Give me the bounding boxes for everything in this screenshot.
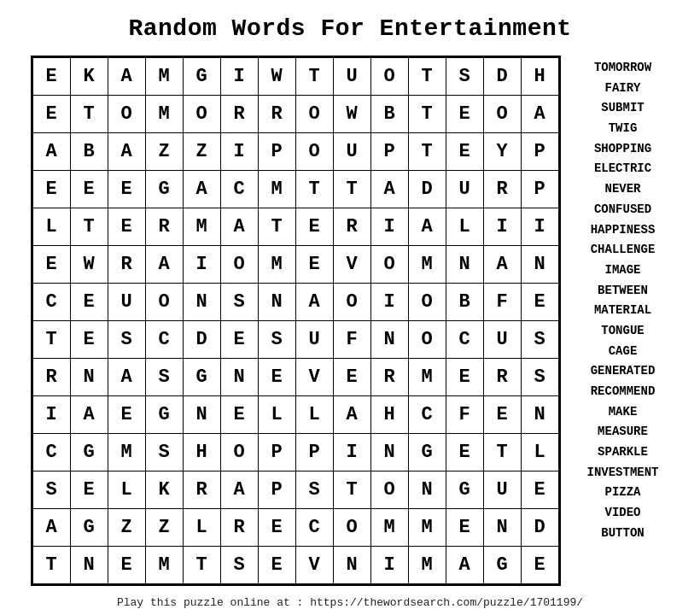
grid-cell-11-2: L [108,472,145,509]
grid-cell-6-11: B [446,284,483,321]
grid-cell-0-12: D [483,58,521,96]
grid-cell-7-12: U [483,321,521,359]
grid-cell-4-1: T [70,208,108,246]
grid-cell-8-4: G [183,359,220,396]
grid-cell-5-13: N [521,246,558,284]
grid-cell-0-8: U [333,58,370,96]
grid-cell-9-4: N [183,396,220,434]
grid-cell-4-12: I [483,208,521,246]
grid-cell-0-0: E [32,58,70,96]
grid-cell-9-7: L [295,396,333,434]
grid-cell-4-3: R [145,208,183,246]
grid-cell-9-8: A [333,396,370,434]
grid-cell-6-0: C [32,284,70,321]
grid-cell-11-9: O [370,472,408,509]
grid-cell-1-11: E [446,96,483,133]
grid-cell-7-6: S [258,321,295,359]
grid-cell-11-4: R [183,472,220,509]
grid-cell-4-9: I [370,208,408,246]
word-list-item: CONFUSED [594,201,651,220]
grid-cell-0-1: K [70,58,108,96]
grid-cell-1-8: W [333,96,370,133]
grid-cell-2-11: E [446,133,483,171]
grid-cell-13-11: A [446,547,483,584]
grid-cell-5-12: A [483,246,521,284]
grid-cell-8-7: V [295,359,333,396]
grid-cell-2-9: P [370,133,408,171]
grid-cell-5-7: E [295,246,333,284]
word-list-item: SUBMIT [601,99,644,118]
grid-cell-9-10: C [408,396,446,434]
grid-cell-10-12: T [483,434,521,472]
grid-cell-3-10: D [408,171,446,208]
grid-cell-8-6: E [258,359,295,396]
word-list-item: RECOMMEND [591,383,656,401]
grid-cell-10-9: N [370,434,408,472]
word-list-item: ELECTRIC [594,160,651,179]
grid-cell-6-4: N [183,284,220,321]
grid-cell-12-10: M [408,509,446,547]
grid-cell-2-10: T [408,133,446,171]
grid-cell-1-2: O [108,96,145,133]
grid-cell-8-11: E [446,359,483,396]
grid-cell-9-6: L [258,396,295,434]
grid-cell-1-6: R [258,96,295,133]
grid-cell-3-12: R [483,171,521,208]
grid-cell-12-11: E [446,509,483,547]
grid-cell-8-2: A [108,359,145,396]
grid-cell-2-8: U [333,133,370,171]
grid-cell-13-10: M [408,547,446,584]
grid-cell-4-10: A [408,208,446,246]
grid-cell-8-9: R [370,359,408,396]
grid-cell-13-8: N [333,547,370,584]
grid-cell-8-13: S [521,359,558,396]
grid-cell-9-2: E [108,396,145,434]
grid-cell-5-6: M [258,246,295,284]
grid-cell-10-1: G [70,434,108,472]
grid-cell-1-9: B [370,96,408,133]
grid-cell-5-2: R [108,246,145,284]
word-list-item: SPARKLE [598,443,648,462]
grid-cell-2-13: P [521,133,558,171]
grid-cell-10-7: P [295,434,333,472]
grid-cell-7-3: C [145,321,183,359]
grid-cell-7-4: D [183,321,220,359]
grid-cell-11-6: P [258,472,295,509]
grid-cell-10-10: G [408,434,446,472]
grid-cell-3-3: G [145,171,183,208]
grid-cell-5-4: I [183,246,220,284]
grid-cell-1-1: T [70,96,108,133]
grid-cell-0-6: W [258,58,295,96]
grid-cell-3-5: C [220,171,258,208]
grid-cell-11-12: U [483,472,521,509]
word-list-item: TONGUE [601,322,644,341]
grid-cell-1-4: O [183,96,220,133]
grid-cell-13-1: N [70,547,108,584]
grid-cell-3-9: A [370,171,408,208]
grid-cell-7-8: F [333,321,370,359]
grid-cell-1-5: R [220,96,258,133]
grid-cell-10-0: C [32,434,70,472]
grid-cell-1-13: A [521,96,558,133]
grid-cell-4-7: E [295,208,333,246]
grid-cell-7-9: N [370,321,408,359]
grid-cell-1-3: M [145,96,183,133]
page-title: Random Words For Entertainment [128,15,571,42]
grid-cell-8-12: R [483,359,521,396]
word-list-item: VIDEO [604,504,640,523]
grid-cell-5-8: V [333,246,370,284]
grid-cell-7-0: T [32,321,70,359]
word-list-item: INVESTMENT [586,464,658,483]
grid-cell-7-1: E [70,321,108,359]
grid-cell-10-2: M [108,434,145,472]
grid-cell-8-3: S [145,359,183,396]
grid-cell-0-2: A [108,58,145,96]
grid-cell-13-12: G [483,547,521,584]
grid-cell-2-5: I [220,133,258,171]
word-search-grid: EKAMGIWTUOTSDHETOMORROWBTEOAABAZZIPOUPTE… [32,57,559,584]
grid-cell-0-11: S [446,58,483,96]
grid-cell-7-5: E [220,321,258,359]
grid-cell-2-12: Y [483,133,521,171]
grid-cell-12-3: Z [145,509,183,547]
grid-cell-13-3: M [145,547,183,584]
